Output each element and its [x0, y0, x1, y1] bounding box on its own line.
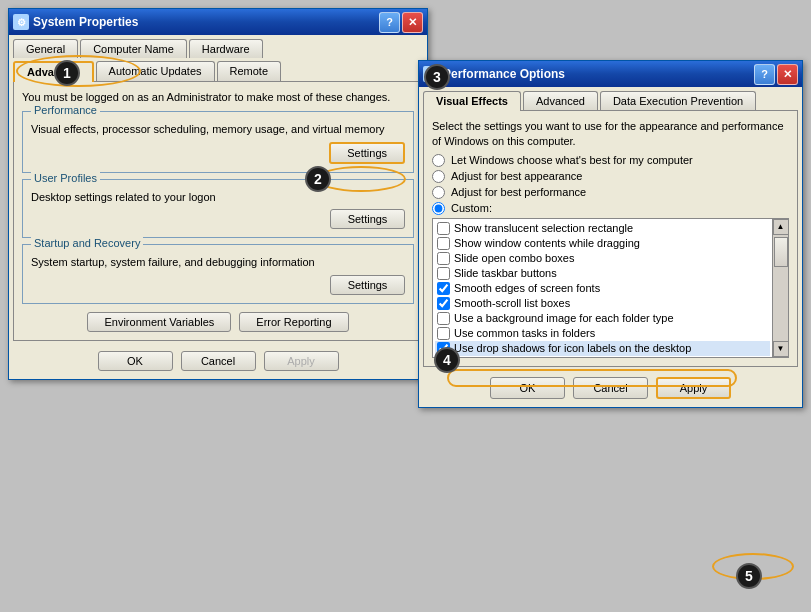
tab-visual-effects[interactable]: Visual Effects [423, 91, 521, 111]
radio-let-windows-label: Let Windows choose what's best for my co… [451, 154, 693, 166]
startup-recovery-settings-button[interactable]: Settings [330, 275, 405, 295]
title-bar-buttons: ? ✕ [379, 12, 423, 33]
check-bg-image[interactable] [437, 312, 450, 325]
user-profiles-settings-button[interactable]: Settings [330, 209, 405, 229]
sys-cancel-button[interactable]: Cancel [181, 351, 256, 371]
scroll-up-arrow[interactable]: ▲ [773, 219, 789, 235]
check-slide-taskbar[interactable] [437, 267, 450, 280]
list-item-0: Show translucent selection rectangle [435, 221, 770, 236]
system-properties-title-bar: ⚙ System Properties ? ✕ [9, 9, 427, 35]
radio-best-performance-label: Adjust for best performance [451, 186, 586, 198]
tab-general[interactable]: General [13, 39, 78, 58]
help-button[interactable]: ? [379, 12, 400, 33]
list-item-8: Use drop shadows for icon labels on the … [435, 341, 770, 356]
listbox-scrollbar[interactable]: ▲ ▼ [772, 219, 788, 357]
list-item-7-label: Use common tasks in folders [454, 327, 595, 339]
tab-automatic-updates[interactable]: Automatic Updates [96, 61, 215, 81]
list-item-1: Show window contents while dragging [435, 236, 770, 251]
radio-best-appearance-label: Adjust for best appearance [451, 170, 582, 182]
list-item-3-label: Slide taskbar buttons [454, 267, 557, 279]
list-item-5: Smooth-scroll list boxes [435, 296, 770, 311]
perf-desc: Select the settings you want to use for … [432, 119, 789, 150]
badge-2: 2 [305, 166, 331, 192]
user-profiles-label: User Profiles [31, 172, 100, 184]
list-item-2: Slide open combo boxes [435, 251, 770, 266]
check-slide-combo[interactable] [437, 252, 450, 265]
radio-custom-input[interactable] [432, 202, 445, 215]
check-smooth-scroll[interactable] [437, 297, 450, 310]
close-button[interactable]: ✕ [402, 12, 423, 33]
performance-settings-button[interactable]: Settings [329, 142, 405, 164]
badge-4-num: 4 [443, 352, 451, 368]
list-item-0-label: Show translucent selection rectangle [454, 222, 633, 234]
badge-3-num: 3 [433, 69, 441, 85]
performance-options-title: Performance Options [443, 67, 565, 81]
tab-dep[interactable]: Data Execution Prevention [600, 91, 756, 110]
list-item-1-label: Show window contents while dragging [454, 237, 640, 249]
performance-section: Performance Visual effects, processor sc… [22, 111, 414, 172]
badge-3: 3 [424, 64, 450, 90]
sys-ok-button[interactable]: OK [98, 351, 173, 371]
radio-best-appearance-input[interactable] [432, 170, 445, 183]
check-window-contents[interactable] [437, 237, 450, 250]
admin-note: You must be logged on as an Administrato… [22, 90, 414, 105]
listbox-inner: Show translucent selection rectangle Sho… [433, 219, 772, 357]
radio-let-windows-input[interactable] [432, 154, 445, 167]
badge-1: 1 [54, 60, 80, 86]
performance-options-window: ⚙ Performance Options ? ✕ Visual Effects… [418, 60, 803, 408]
radio-best-performance: Adjust for best performance [432, 186, 789, 199]
startup-recovery-desc: System startup, system failure, and debu… [31, 255, 405, 270]
error-reporting-button[interactable]: Error Reporting [239, 312, 348, 332]
sys-apply-button[interactable]: Apply [264, 351, 339, 371]
badge-5-num: 5 [745, 568, 753, 584]
list-item-9: Use visual styles on windows and buttons [435, 356, 770, 357]
list-item-3: Slide taskbar buttons [435, 266, 770, 281]
badge-2-num: 2 [314, 171, 322, 187]
perf-ok-button[interactable]: OK [490, 377, 565, 399]
performance-desc: Visual effects, processor scheduling, me… [31, 122, 405, 137]
check-smooth-edges[interactable] [437, 282, 450, 295]
environment-variables-button[interactable]: Environment Variables [87, 312, 231, 332]
list-item-4-label: Smooth edges of screen fonts [454, 282, 600, 294]
radio-best-appearance: Adjust for best appearance [432, 170, 789, 183]
check-common-tasks[interactable] [437, 327, 450, 340]
performance-options-title-bar: ⚙ Performance Options ? ✕ [419, 61, 802, 87]
performance-label: Performance [31, 104, 100, 116]
tab-remote[interactable]: Remote [217, 61, 282, 81]
radio-custom: Custom: [432, 202, 789, 215]
sys-bottom-buttons: OK Cancel Apply [9, 345, 427, 379]
listbox-items: Show translucent selection rectangle Sho… [433, 219, 772, 357]
radio-group: Let Windows choose what's best for my co… [432, 154, 789, 215]
tab-computer-name[interactable]: Computer Name [80, 39, 187, 58]
radio-custom-label: Custom: [451, 202, 492, 214]
list-item-4: Smooth edges of screen fonts [435, 281, 770, 296]
perf-tab-bar: Visual Effects Advanced Data Execution P… [419, 87, 802, 110]
user-profiles-section: User Profiles Desktop settings related t… [22, 179, 414, 238]
system-properties-icon: ⚙ [13, 14, 29, 30]
scroll-track[interactable] [773, 235, 788, 341]
radio-best-performance-input[interactable] [432, 186, 445, 199]
radio-let-windows: Let Windows choose what's best for my co… [432, 154, 789, 167]
user-profiles-desc: Desktop settings related to your logon [31, 190, 405, 205]
list-item-7: Use common tasks in folders [435, 326, 770, 341]
perf-tab-content: Select the settings you want to use for … [423, 110, 798, 367]
perf-help-button[interactable]: ? [754, 64, 775, 85]
perf-title-bar-buttons: ? ✕ [754, 64, 798, 85]
perf-apply-button[interactable]: Apply [656, 377, 731, 399]
tab-bar-row1: General Computer Name Hardware [9, 35, 427, 58]
perf-cancel-button[interactable]: Cancel [573, 377, 648, 399]
scroll-thumb[interactable] [774, 237, 788, 267]
tab-hardware[interactable]: Hardware [189, 39, 263, 58]
visual-effects-listbox-area: Show translucent selection rectangle Sho… [432, 218, 789, 358]
startup-recovery-label: Startup and Recovery [31, 237, 143, 249]
check-translucent[interactable] [437, 222, 450, 235]
scroll-down-arrow[interactable]: ▼ [773, 341, 789, 357]
badge-5: 5 [736, 563, 762, 589]
perf-bottom-buttons: OK Cancel Apply [419, 371, 802, 407]
startup-recovery-section: Startup and Recovery System startup, sys… [22, 244, 414, 303]
perf-close-button[interactable]: ✕ [777, 64, 798, 85]
tab-advanced-perf[interactable]: Advanced [523, 91, 598, 110]
list-item-5-label: Smooth-scroll list boxes [454, 297, 570, 309]
list-item-6: Use a background image for each folder t… [435, 311, 770, 326]
badge-4: 4 [434, 347, 460, 373]
